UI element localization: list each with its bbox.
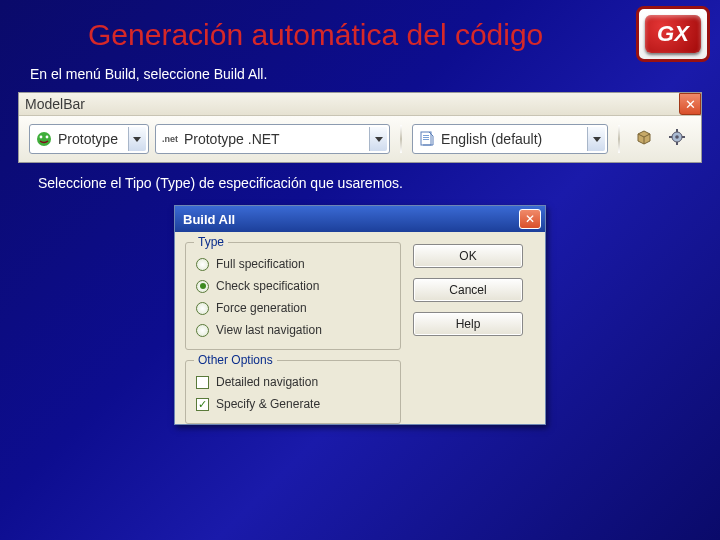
checkbox-icon-checked: ✓ bbox=[196, 398, 209, 411]
modelbar-toolbar: Prototype .net Prototype .NET English (d… bbox=[19, 116, 701, 162]
svg-point-0 bbox=[37, 132, 51, 146]
chevron-down-icon bbox=[369, 127, 387, 151]
dialog-close-button[interactable]: ✕ bbox=[519, 209, 541, 229]
radio-icon bbox=[196, 324, 209, 337]
caption-1: En el menú Build, seleccione Build All. bbox=[0, 60, 720, 92]
gx-logo-text: GX bbox=[645, 15, 701, 53]
type-group-label: Type bbox=[194, 235, 228, 249]
radio-label: Full specification bbox=[216, 257, 305, 271]
gear-icon bbox=[668, 128, 686, 150]
dialog-button-column: OK Cancel Help bbox=[413, 242, 523, 424]
close-icon: ✕ bbox=[525, 212, 535, 226]
radio-force-generation[interactable]: Force generation bbox=[196, 297, 390, 319]
toolbar-separator bbox=[618, 125, 620, 153]
dialog-left-column: Type Full specification Check specificat… bbox=[185, 242, 401, 424]
svg-rect-6 bbox=[423, 139, 429, 140]
chevron-down-icon bbox=[587, 127, 605, 151]
radio-icon bbox=[196, 258, 209, 271]
modelbar-window: ✕ ModelBar Prototype .net Prototype .NET… bbox=[18, 92, 702, 163]
radio-icon-selected bbox=[196, 280, 209, 293]
check-detailed-navigation[interactable]: Detailed navigation bbox=[196, 371, 390, 393]
check-specify-generate[interactable]: ✓ Specify & Generate bbox=[196, 393, 390, 415]
toolbar-button-1[interactable] bbox=[630, 125, 657, 153]
radio-check-specification[interactable]: Check specification bbox=[196, 275, 390, 297]
build-all-dialog: Build All ✕ Type Full specification Chec… bbox=[174, 205, 546, 425]
dialog-title: Build All bbox=[183, 212, 519, 227]
radio-full-specification[interactable]: Full specification bbox=[196, 253, 390, 275]
prototype-icon bbox=[34, 129, 54, 149]
svg-rect-5 bbox=[423, 137, 429, 138]
radio-view-last-navigation[interactable]: View last navigation bbox=[196, 319, 390, 341]
prototype-combo[interactable]: Prototype bbox=[29, 124, 149, 154]
svg-point-1 bbox=[40, 136, 43, 139]
other-group-label: Other Options bbox=[194, 353, 277, 367]
page-title: Generación automática del código bbox=[0, 0, 720, 60]
svg-rect-3 bbox=[421, 132, 431, 145]
cancel-button[interactable]: Cancel bbox=[413, 278, 523, 302]
checkbox-label: Specify & Generate bbox=[216, 397, 320, 411]
other-options-group: Other Options Detailed navigation ✓ Spec… bbox=[185, 360, 401, 424]
type-group: Type Full specification Check specificat… bbox=[185, 242, 401, 350]
dialog-titlebar[interactable]: Build All ✕ bbox=[175, 206, 545, 232]
dialog-container: Build All ✕ Type Full specification Chec… bbox=[0, 201, 720, 425]
modelbar-title: ModelBar bbox=[19, 93, 701, 116]
svg-point-8 bbox=[675, 135, 679, 139]
language-combo[interactable]: English (default) bbox=[412, 124, 608, 154]
modelbar-close-button[interactable]: ✕ bbox=[679, 93, 701, 115]
toolbar-button-2[interactable] bbox=[664, 125, 691, 153]
radio-label: Force generation bbox=[216, 301, 307, 315]
package-icon bbox=[635, 128, 653, 150]
toolbar-separator bbox=[400, 125, 402, 153]
radio-label: View last navigation bbox=[216, 323, 322, 337]
radio-label: Check specification bbox=[216, 279, 319, 293]
checkbox-icon bbox=[196, 376, 209, 389]
platform-combo[interactable]: .net Prototype .NET bbox=[155, 124, 390, 154]
language-combo-text: English (default) bbox=[441, 131, 583, 147]
document-icon bbox=[417, 129, 437, 149]
ok-button[interactable]: OK bbox=[413, 244, 523, 268]
svg-rect-4 bbox=[423, 135, 429, 136]
gx-logo: GX bbox=[636, 6, 710, 62]
prototype-combo-text: Prototype bbox=[58, 131, 124, 147]
radio-icon bbox=[196, 302, 209, 315]
caption-2: Seleccione el Tipo (Type) de especificac… bbox=[0, 163, 720, 201]
dotnet-icon: .net bbox=[160, 129, 180, 149]
svg-point-2 bbox=[46, 136, 49, 139]
checkbox-label: Detailed navigation bbox=[216, 375, 318, 389]
help-button[interactable]: Help bbox=[413, 312, 523, 336]
chevron-down-icon bbox=[128, 127, 146, 151]
platform-combo-text: Prototype .NET bbox=[184, 131, 365, 147]
close-icon: ✕ bbox=[685, 97, 696, 112]
